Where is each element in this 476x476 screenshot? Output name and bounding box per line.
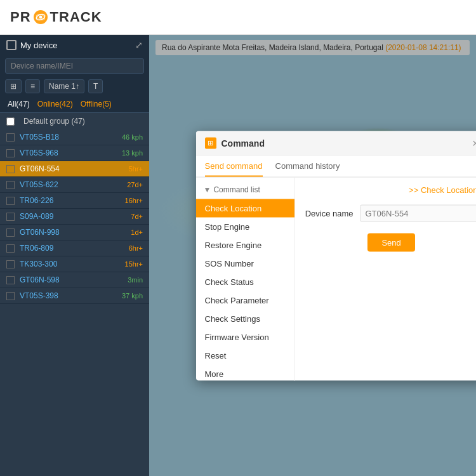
device-checkbox[interactable] — [6, 213, 15, 221]
logo-text-post: TRACK — [50, 9, 102, 25]
dialog-title: Command — [221, 138, 265, 148]
device-group-header: Default group (47) — [0, 113, 149, 129]
device-checkbox[interactable] — [6, 197, 15, 205]
device-item[interactable]: VT05S-96813 kph — [0, 145, 149, 161]
collapse-arrow[interactable]: ▼ — [204, 185, 211, 194]
device-checkbox[interactable] — [6, 133, 15, 142]
grid-view-button[interactable]: ⊞ — [5, 79, 22, 93]
device-status: 13 kph — [122, 149, 143, 157]
sidebar-title: My device — [20, 41, 58, 50]
device-checkbox[interactable] — [6, 276, 15, 284]
device-name-label: VT05S-622 — [20, 180, 127, 189]
device-name-label: VT05S-968 — [20, 149, 122, 157]
device-name-label: TR06-226 — [20, 196, 125, 205]
filter-tab-2[interactable]: Offline(5) — [78, 98, 114, 110]
sidebar-search-bar — [0, 55, 149, 77]
device-checkbox[interactable] — [6, 244, 15, 253]
dialog-tab-1[interactable]: Command history — [275, 155, 340, 176]
device-name-label: TR06-809 — [20, 244, 129, 253]
command-item[interactable]: More — [196, 364, 294, 380]
command-items: Check LocationStop EngineRestore EngineS… — [196, 199, 294, 380]
app-logo: PR TRACK — [10, 9, 102, 25]
group-checkbox[interactable] — [6, 117, 15, 126]
sidebar-expand-icon[interactable]: ⤢ — [135, 40, 143, 50]
device-name-label: GT06N-598 — [20, 275, 128, 284]
device-status: 37 kph — [122, 292, 143, 300]
monitor-icon — [6, 40, 17, 50]
list-view-button[interactable]: ≡ — [25, 79, 40, 93]
device-item[interactable]: GT06N-5983min — [0, 272, 149, 288]
filter-button[interactable]: T — [88, 79, 103, 93]
filter-tabs: All(47)Online(42)Offline(5) — [0, 96, 149, 113]
device-item[interactable]: VT05S-B1846 kph — [0, 129, 149, 145]
device-name-input[interactable] — [360, 204, 477, 221]
device-item[interactable]: TR06-22616hr+ — [0, 193, 149, 209]
command-item[interactable]: Check Parameter — [196, 291, 294, 309]
main-layout: My device ⤢ ⊞ ≡ Name 1↑ T All(47)Online(… — [0, 35, 476, 476]
command-item[interactable]: SOS Number — [196, 254, 294, 272]
device-checkbox[interactable] — [6, 165, 15, 173]
dialog-header-left: ⊞ Command — [205, 137, 265, 149]
dialog-header: ⊞ Command × — [196, 131, 477, 155]
dialog-tab-0[interactable]: Send command — [205, 155, 263, 176]
command-item[interactable]: Check Location — [196, 199, 294, 217]
dialog-tabs: Send commandCommand history — [196, 155, 477, 177]
logo-icon — [32, 9, 49, 25]
sort-button[interactable]: Name 1↑ — [44, 79, 84, 93]
dialog-icon: ⊞ — [205, 137, 216, 149]
command-right-panel: >> Check Location Device name Send — [295, 177, 476, 380]
device-name-label: GT06N-998 — [20, 228, 131, 237]
device-name-label: VT05S-B18 — [20, 133, 122, 142]
device-item[interactable]: TR06-8096hr+ — [0, 241, 149, 256]
command-list-label: Command list — [213, 185, 260, 194]
device-item[interactable]: TK303-30015hr+ — [0, 256, 149, 272]
device-item[interactable]: GT06N-9981d+ — [0, 225, 149, 241]
sidebar: My device ⤢ ⊞ ≡ Name 1↑ T All(47)Online(… — [0, 35, 149, 476]
command-item[interactable]: Reset — [196, 346, 294, 364]
device-item[interactable]: VT05S-39837 kph — [0, 288, 149, 304]
app-header: PR TRACK — [0, 0, 476, 35]
device-name-label: Device name — [305, 208, 354, 218]
device-checkbox[interactable] — [6, 292, 15, 300]
device-item[interactable]: GT06N-5545hr+ — [0, 161, 149, 177]
device-status: 27d+ — [127, 181, 143, 188]
command-item[interactable]: Check Settings — [196, 309, 294, 327]
command-item[interactable]: Restore Engine — [196, 235, 294, 254]
sidebar-title-left: My device — [6, 40, 58, 50]
device-checkbox[interactable] — [6, 181, 15, 189]
check-location-link[interactable]: >> Check Location — [305, 185, 476, 194]
device-list: VT05S-B1846 kphVT05S-96813 kphGT06N-5545… — [0, 129, 149, 476]
svg-point-3 — [39, 16, 42, 19]
device-name-label: GT06N-554 — [20, 164, 129, 173]
filter-tab-0[interactable]: All(47) — [5, 98, 32, 110]
dialog-close-button[interactable]: × — [472, 137, 476, 149]
filter-tab-1[interactable]: Online(42) — [35, 98, 76, 110]
sidebar-toolbar: ⊞ ≡ Name 1↑ T — [0, 77, 149, 96]
search-input[interactable] — [5, 58, 144, 74]
device-status: 3min — [128, 276, 143, 284]
device-name-label: S09A-089 — [20, 212, 131, 221]
device-checkbox[interactable] — [6, 149, 15, 157]
device-checkbox[interactable] — [6, 260, 15, 268]
device-item[interactable]: S09A-0897d+ — [0, 209, 149, 225]
command-item[interactable]: Firmware Version — [196, 327, 294, 346]
device-checkbox[interactable] — [6, 228, 15, 237]
logo-text-pre: PR — [10, 9, 31, 25]
device-item[interactable]: VT05S-62227d+ — [0, 177, 149, 193]
map-area: Rua do Aspirante Mota Freitas, Madeira I… — [149, 35, 476, 476]
command-list-header: ▼ Command list — [196, 182, 294, 196]
command-item[interactable]: Check Status — [196, 272, 294, 291]
device-name-row: Device name — [305, 204, 476, 221]
command-dialog: ⊞ Command × Send commandCommand history … — [196, 131, 477, 380]
device-status: 7d+ — [131, 213, 143, 220]
command-list-panel: ▼ Command list Check LocationStop Engine… — [196, 177, 295, 380]
device-status: 1d+ — [131, 228, 143, 236]
device-status: 46 kph — [122, 133, 143, 141]
device-status: 16hr+ — [125, 197, 143, 204]
device-status: 6hr+ — [129, 244, 143, 252]
send-button[interactable]: Send — [367, 233, 414, 251]
command-item[interactable]: Stop Engine — [196, 217, 294, 235]
device-status: 15hr+ — [125, 260, 143, 268]
device-status: 5hr+ — [129, 165, 143, 173]
device-name-label: VT05S-398 — [20, 291, 122, 300]
